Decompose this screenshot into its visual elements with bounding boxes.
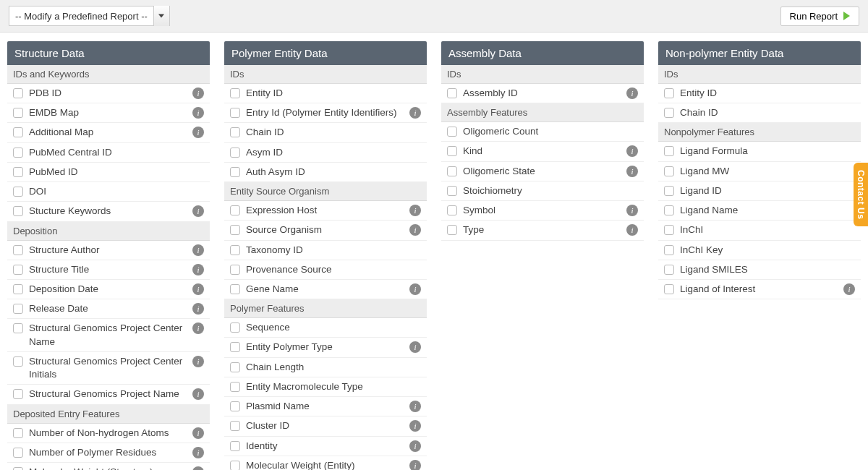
field-checkbox[interactable] [230,362,240,372]
field-checkbox[interactable] [13,284,23,294]
field-checkbox[interactable] [13,127,23,137]
info-icon[interactable]: i [409,420,421,432]
field-checkbox[interactable] [13,187,23,197]
field-label: Structure Title [29,263,187,276]
info-icon[interactable]: i [192,205,204,217]
field-checkbox[interactable] [230,284,240,294]
info-icon[interactable]: i [192,303,204,315]
field-checkbox[interactable] [447,88,457,98]
field-checkbox[interactable] [13,356,23,367]
info-icon[interactable]: i [626,87,638,99]
info-icon[interactable]: i [192,447,204,458]
field-checkbox[interactable] [230,108,240,118]
field-checkbox[interactable] [13,108,23,118]
field-label: Ligand Formula [680,145,855,158]
field-checkbox[interactable] [664,284,674,294]
field-checkbox[interactable] [230,148,240,158]
info-icon[interactable]: i [409,107,421,119]
predefined-report-select[interactable]: -- Modify a Predefined Report -- [9,6,170,26]
field-checkbox[interactable] [664,205,674,215]
field-checkbox[interactable] [230,401,240,411]
info-icon[interactable]: i [192,127,204,138]
field-checkbox[interactable] [664,265,674,275]
info-icon[interactable]: i [409,460,421,470]
info-icon[interactable]: i [192,107,204,119]
group-header: IDs [658,65,861,84]
field-checkbox[interactable] [664,146,674,156]
field-checkbox[interactable] [230,225,240,235]
group-header: Nonpolymer Features [658,123,861,142]
field-checkbox[interactable] [13,467,23,470]
info-icon[interactable]: i [192,322,204,334]
field-row: Release Datei [7,299,210,319]
info-icon[interactable]: i [626,224,638,236]
field-checkbox[interactable] [230,322,240,333]
field-checkbox[interactable] [447,127,457,137]
group-header: IDs [441,65,644,84]
field-label: Number of Non-hydrogen Atoms [29,427,187,440]
field-checkbox[interactable] [13,206,23,216]
field-checkbox[interactable] [230,342,240,352]
info-icon[interactable]: i [409,401,421,412]
field-checkbox[interactable] [230,88,240,98]
field-checkbox[interactable] [230,127,240,137]
info-icon[interactable]: i [409,440,421,452]
field-checkbox[interactable] [13,88,23,98]
field-checkbox[interactable] [230,265,240,275]
field-checkbox[interactable] [13,448,23,458]
field-checkbox[interactable] [664,166,674,176]
field-label: DOI [29,185,204,198]
field-checkbox[interactable] [13,428,23,438]
info-icon[interactable]: i [192,466,204,470]
field-checkbox[interactable] [230,441,240,451]
field-checkbox[interactable] [230,382,240,392]
chevron-down-icon[interactable] [153,6,169,26]
field-row: Chain Length [224,358,427,377]
field-label: Chain ID [680,106,855,119]
info-icon[interactable]: i [192,283,204,295]
info-icon[interactable]: i [409,224,421,236]
field-checkbox[interactable] [664,108,674,118]
field-checkbox[interactable] [664,225,674,235]
field-checkbox[interactable] [664,186,674,196]
field-checkbox[interactable] [13,389,23,399]
field-checkbox[interactable] [230,421,240,431]
field-checkbox[interactable] [13,148,23,158]
field-checkbox[interactable] [447,205,457,215]
contact-us-tab[interactable]: Contact Us [854,163,868,226]
field-checkbox[interactable] [230,167,240,177]
info-icon[interactable]: i [409,341,421,353]
info-icon[interactable]: i [409,205,421,216]
info-icon[interactable]: i [192,388,204,400]
info-icon[interactable]: i [626,166,638,177]
field-checkbox[interactable] [664,88,674,98]
info-icon[interactable]: i [626,145,638,157]
field-label: Structural Genomics Project Center Name [29,322,187,348]
field-checkbox[interactable] [13,323,23,333]
info-icon[interactable]: i [192,264,204,275]
field-checkbox[interactable] [230,245,240,255]
field-row: Deposition Datei [7,280,210,299]
info-icon[interactable]: i [626,205,638,216]
field-checkbox[interactable] [664,245,674,255]
field-checkbox[interactable] [447,146,457,156]
field-checkbox[interactable] [447,166,457,176]
field-label: Stucture Keywords [29,205,187,218]
field-label: Asym ID [246,146,421,159]
field-checkbox[interactable] [13,245,23,255]
field-checkbox[interactable] [13,265,23,275]
field-checkbox[interactable] [447,186,457,196]
field-checkbox[interactable] [230,205,240,215]
run-report-button[interactable]: Run Report [780,7,859,26]
field-checkbox[interactable] [447,225,457,235]
info-icon[interactable]: i [192,356,204,367]
info-icon[interactable]: i [409,283,421,295]
column-header: Polymer Entity Data [224,41,427,65]
field-checkbox[interactable] [13,167,23,177]
info-icon[interactable]: i [192,244,204,256]
info-icon[interactable]: i [192,427,204,439]
info-icon[interactable]: i [192,87,204,99]
info-icon[interactable]: i [843,283,855,295]
field-checkbox[interactable] [230,461,240,470]
field-checkbox[interactable] [13,304,23,314]
